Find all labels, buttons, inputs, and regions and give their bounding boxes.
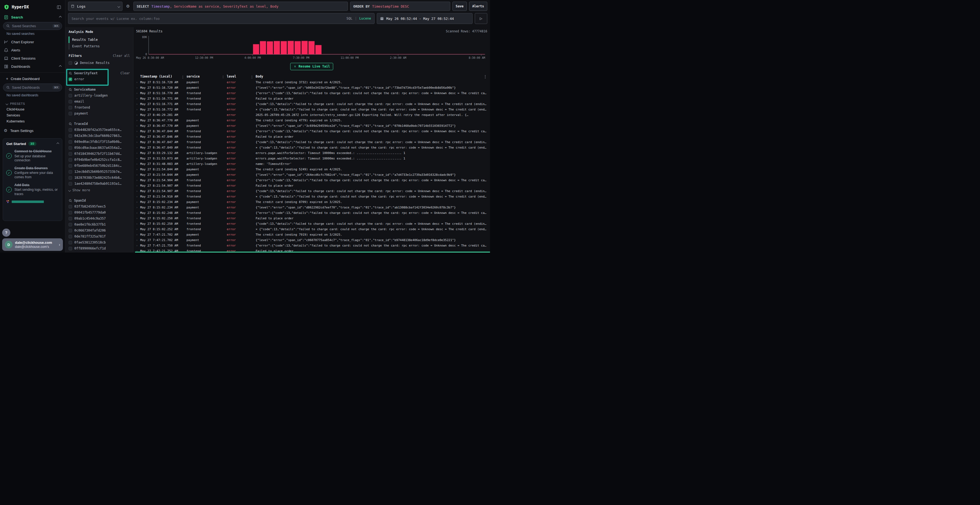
row-expand-icon[interactable]: › (136, 162, 140, 165)
row-expand-icon[interactable]: › (136, 179, 140, 182)
sidebar-item-alerts[interactable]: Alerts (0, 46, 65, 54)
filter-checkbox[interactable] (68, 229, 72, 232)
filter-checkbox[interactable] (68, 158, 72, 162)
row-expand-icon[interactable]: › (136, 244, 140, 247)
row-expand-icon[interactable]: › (136, 135, 140, 138)
filter-option[interactable]: 03b44828f42a3573ea655ce… (68, 127, 130, 133)
table-row[interactable]: › May 27 7:47:21.702 AM payment error Th… (136, 232, 487, 237)
row-expand-icon[interactable]: › (136, 233, 140, 236)
table-row[interactable]: › May 27 8:21:54.907 AM frontend error {… (136, 188, 487, 194)
filter-option[interactable]: 056cd9acbaac8637a4354a2… (68, 145, 130, 151)
table-row[interactable]: › May 27 8:31:48.083 AM artillery-loadge… (136, 161, 487, 167)
row-expand-icon[interactable]: › (136, 228, 140, 231)
sidebar-item-team-settings[interactable]: ⚙ Team Settings (0, 124, 65, 134)
filter-checkbox[interactable] (68, 94, 72, 97)
saved-dashboards-input[interactable]: Saved Dashboards ⌘K (3, 84, 62, 91)
column-header-service[interactable]: service (186, 75, 227, 78)
filter-checkbox[interactable] (68, 211, 72, 214)
source-select[interactable]: Logs (68, 2, 123, 11)
sidebar-item-dashboards[interactable]: Dashboards (0, 62, 65, 70)
show-more-button[interactable]: Show more (68, 187, 130, 193)
table-row[interactable]: › May 27 8:36:47.770 AM payment error {"… (136, 123, 487, 129)
row-expand-icon[interactable]: › (136, 173, 140, 176)
table-row[interactable]: › May 27 8:51:16.720 AM payment error {"… (136, 85, 487, 91)
preset-link-kubernetes[interactable]: Kubernetes (0, 118, 65, 124)
filter-option[interactable]: 0fbe680eb456750b2d1184c… (68, 163, 130, 169)
row-expand-icon[interactable]: › (136, 108, 140, 111)
table-row[interactable]: › May 27 8:36:47.849 AM frontend error ×… (136, 145, 487, 150)
select-query-input[interactable]: SELECT Timestamp, ServiceName as service… (134, 2, 348, 11)
row-expand-icon[interactable]: › (136, 222, 140, 225)
denoise-results-option[interactable]: Denoise Results (68, 60, 130, 66)
filter-checkbox[interactable] (68, 170, 72, 173)
filter-checkbox[interactable] (68, 128, 72, 132)
table-row[interactable]: › May 27 8:21:54.844 AM payment error {"… (136, 172, 487, 178)
filter-option[interactable]: 12ec8dd52b60b9525733b7e… (68, 169, 130, 175)
orderby-input[interactable]: ORDER BY TimestampTime DESC (350, 2, 450, 11)
mode-event-patterns[interactable]: Event Patterns (68, 43, 130, 49)
mode-results-table[interactable]: Results Table (68, 37, 130, 43)
create-dashboard-button[interactable]: + Create Dashboard (0, 75, 65, 83)
filter-checkbox[interactable] (68, 134, 72, 138)
table-row[interactable]: › May 27 8:36:47.770 AM payment error Th… (136, 118, 487, 123)
help-button[interactable]: ? (2, 229, 10, 237)
row-expand-icon[interactable]: › (136, 206, 140, 209)
table-row[interactable]: › May 27 8:51:16.772 AM frontend error ×… (136, 106, 487, 112)
row-expand-icon[interactable]: › (136, 190, 140, 193)
table-row[interactable]: › May 27 8:15:02.234 AM payment error Th… (136, 199, 487, 205)
resume-live-tail-button[interactable]: Resume Live Tail (290, 63, 334, 70)
table-row[interactable]: › May 27 8:51:16.720 AM payment error Th… (136, 79, 487, 85)
filter-option[interactable]: 11c67fe55c0d13fd (68, 251, 130, 252)
results-histogram[interactable]: May 26 8:30:00 AM12:30:00 PM4:00:00 PM7:… (136, 34, 487, 60)
row-expand-icon[interactable]: › (136, 81, 140, 84)
filter-checkbox[interactable] (68, 223, 72, 226)
lucene-search-input[interactable]: Search your events w/ Lucene ex. column:… (68, 13, 375, 24)
denoise-checkbox[interactable] (68, 61, 72, 65)
row-expand-icon[interactable]: › (136, 211, 140, 214)
filter-option[interactable]: 042a30c3dc1baf660b27863… (68, 133, 130, 139)
filter-option[interactable]: 1ae42480d758e9ab91193a1… (68, 181, 130, 187)
save-button[interactable]: Save (452, 2, 467, 11)
table-row[interactable]: › May 27 8:15:02.250 AM frontend error F… (136, 216, 487, 221)
filter-checkbox[interactable] (68, 100, 72, 103)
saved-searches-input[interactable]: Saved Searches ⌘K (3, 22, 62, 30)
sidebar-item-client-sessions[interactable]: Client Sessions (0, 54, 65, 62)
filter-option[interactable]: 03f7b824595feec5 (68, 203, 130, 210)
table-row[interactable]: › May 27 8:36:47.846 AM frontend error F… (136, 134, 487, 139)
table-row[interactable]: › May 27 8:33:29.132 AM artillery-loadge… (136, 150, 487, 156)
row-expand-icon[interactable]: › (136, 119, 140, 122)
filter-checkbox[interactable] (68, 164, 72, 168)
filter-option[interactable]: ✓ error (68, 76, 130, 82)
filter-checkbox[interactable] (68, 241, 72, 245)
table-row[interactable]: › May 27 8:36:47.847 AM frontend error {… (136, 139, 487, 145)
filter-option[interactable]: 0fae5381230518cb (68, 240, 130, 245)
sql-mode-button[interactable]: SQL (347, 17, 353, 21)
row-expand-icon[interactable]: › (136, 195, 140, 198)
get-started-item[interactable]: ✓ Connect to ClickHouse Set up your data… (6, 149, 59, 163)
preset-link-clickhouse[interactable]: ClickHouse (0, 106, 65, 113)
sidebar-item-chart-explorer[interactable]: Chart Explorer (0, 38, 65, 46)
filter-checkbox[interactable]: ✓ (68, 78, 72, 81)
table-row[interactable]: › May 27 8:15:02.252 AM frontend error ×… (136, 226, 487, 232)
row-expand-icon[interactable]: › (136, 130, 140, 133)
filter-checkbox[interactable] (68, 106, 72, 110)
table-row[interactable]: › May 27 8:51:16.771 AM frontend error F… (136, 96, 487, 101)
table-row[interactable]: › May 27 8:46:29.281 AM error 2025-05-26… (136, 112, 487, 118)
filter-option[interactable]: 18287038b73e882425c64b8… (68, 175, 130, 181)
alerts-button[interactable]: Alerts (469, 2, 487, 11)
table-scrollbar[interactable] (135, 252, 490, 252)
filter-checkbox[interactable] (68, 146, 72, 150)
row-expand-icon[interactable]: › (136, 97, 140, 100)
table-row[interactable]: › May 27 8:21:54.910 AM frontend error ×… (136, 194, 487, 199)
filter-option[interactable]: 0c0667304fafd206 (68, 227, 130, 233)
get-started-header[interactable]: Get Started 3/3 (6, 142, 59, 146)
filter-option[interactable]: 049ed0ac3fdb1f3f15a0b0b… (68, 139, 130, 145)
get-started-item[interactable]: ✓ Add Data Start sending logs, metrics, … (6, 183, 59, 197)
filter-option[interactable]: 0de781ff325a781f (68, 233, 130, 240)
table-row[interactable]: › May 27 8:21:54.904 AM frontend error {… (136, 178, 487, 183)
filter-option[interactable]: email (68, 98, 130, 105)
table-row[interactable]: › May 27 8:21:54.907 AM frontend error F… (136, 183, 487, 188)
table-row[interactable]: › May 27 8:51:16.771 AM frontend error {… (136, 101, 487, 106)
filter-clear-button[interactable]: Clear (120, 71, 130, 75)
filter-option[interactable]: 07d184304627bf2f11b67dd… (68, 151, 130, 157)
